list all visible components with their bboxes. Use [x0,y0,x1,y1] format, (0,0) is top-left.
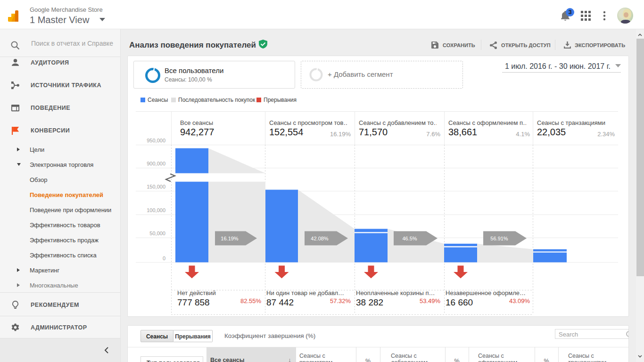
svg-text:56.91%: 56.91% [490,236,508,241]
svg-text:16.19%: 16.19% [221,236,239,241]
svg-text:46.5%: 46.5% [402,236,417,241]
svg-text:42.08%: 42.08% [311,236,329,241]
